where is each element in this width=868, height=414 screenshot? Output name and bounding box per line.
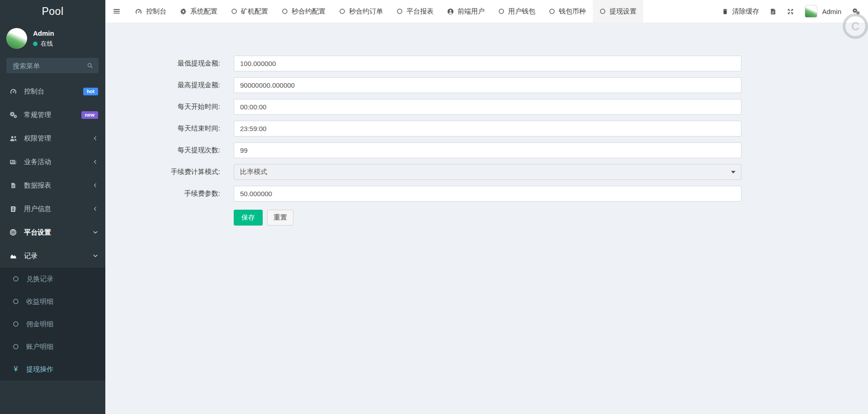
sidebar-item-user-info[interactable]: 用户信息: [0, 197, 105, 221]
sidebar-item-records[interactable]: 记录: [0, 244, 105, 268]
circle-icon: [12, 276, 20, 282]
fullscreen-icon[interactable]: [787, 8, 794, 15]
user-avatar[interactable]: [6, 28, 27, 49]
sidebar-toggle-button[interactable]: [105, 0, 128, 23]
yen-icon: ¥: [12, 366, 20, 373]
hamburger-icon: [113, 7, 121, 15]
fee-calc-mode-selected-value: 比率模式: [240, 168, 267, 176]
chevron-left-icon: [93, 159, 98, 165]
tab-label: 前端用户: [458, 7, 485, 16]
tab-console[interactable]: 控制台: [128, 0, 173, 23]
user-name: Admin: [33, 29, 54, 37]
tab-withdraw-settings[interactable]: 提现设置: [593, 0, 643, 23]
chevron-left-icon: [93, 136, 98, 141]
admin-menu[interactable]: Admin: [805, 5, 841, 18]
tab-wallet-currency[interactable]: 钱包币种: [542, 0, 593, 23]
fee-calc-mode-select[interactable]: 比率模式: [234, 164, 741, 180]
form-row-max-withdraw-amount: 最高提现金额:: [105, 77, 868, 93]
save-button[interactable]: 保存: [234, 210, 263, 226]
sidebar-subitem-label: 提现操作: [26, 365, 53, 374]
sidebar-item-label: 平台设置: [24, 228, 51, 237]
tab-second-contract-config[interactable]: 秒合约配置: [275, 0, 332, 23]
sidebar-subitem-label: 收益明细: [26, 297, 53, 306]
sidebar-item-platform-settings[interactable]: 平台设置: [0, 221, 105, 244]
sidebar-item-dashboard[interactable]: 控制台hot: [0, 80, 105, 103]
tab-platform-report[interactable]: 平台报表: [390, 0, 440, 23]
tab-user-wallet[interactable]: 用户钱包: [491, 0, 542, 23]
tab-label: 控制台: [146, 7, 166, 16]
sidebar-subitem-label: 账户明细: [26, 343, 53, 351]
app-logo: Pool: [0, 0, 105, 23]
circle-icon: [396, 8, 403, 14]
daily-end-time-label: 每天结束时间:: [105, 124, 234, 133]
tab-system-config[interactable]: 系统配置: [173, 0, 224, 23]
sidebar-subitem-commission-detail[interactable]: 佣金明细: [0, 313, 105, 335]
tachometer-icon: [135, 8, 142, 15]
users-icon: [8, 135, 18, 142]
sidebar-item-permission-management[interactable]: 权限管理: [0, 127, 105, 150]
tab-second-contract-orders[interactable]: 秒合约订单: [332, 0, 390, 23]
max-withdraw-amount-input[interactable]: [234, 77, 741, 93]
daily-withdraw-count-label: 每天提现次数:: [105, 146, 234, 155]
hot-badge: hot: [83, 88, 98, 95]
tab-miner-config[interactable]: 矿机配置: [224, 0, 275, 23]
fee-calc-mode-label: 手续费计算模式:: [105, 168, 234, 176]
sidebar-item-general-management[interactable]: 常规管理new: [0, 103, 105, 127]
newspaper-icon: [8, 159, 18, 165]
max-withdraw-amount-label: 最高提现金额:: [105, 81, 234, 89]
new-badge: new: [81, 111, 98, 119]
sidebar-item-label: 记录: [24, 252, 38, 260]
sidebar-item-label: 数据报表: [24, 181, 51, 190]
chevron-down-icon: [93, 230, 98, 235]
chevron-left-icon: [93, 183, 98, 188]
admin-label: Admin: [822, 8, 841, 15]
sidebar-subitem-income-detail[interactable]: 收益明细: [0, 290, 105, 313]
daily-end-time-input[interactable]: [234, 121, 741, 136]
tab-label: 秒合约订单: [349, 7, 383, 16]
sidebar-item-business-activity[interactable]: 业务活动: [0, 150, 105, 174]
user-panel: Admin 在线: [0, 23, 105, 53]
admin-app: Pool Admin 在线 控制台hot常规管理new权限管理业务活动数据报表用…: [0, 0, 868, 414]
user-circle-icon: [447, 8, 454, 15]
search-icon[interactable]: [87, 62, 93, 69]
file-icon: [8, 182, 18, 189]
sidebar-subitem-exchange-records[interactable]: 兑换记录: [0, 268, 105, 290]
circle-icon: [339, 8, 345, 14]
fee-param-label: 手续费参数:: [105, 189, 234, 198]
tab-label: 钱包币种: [559, 7, 586, 16]
sidebar-menu: 控制台hot常规管理new权限管理业务活动数据报表用户信息平台设置记录: [0, 80, 105, 268]
daily-start-time-label: 每天开始时间:: [105, 103, 234, 111]
clear-cache-label: 清除缓存: [732, 7, 759, 16]
sidebar-item-label: 常规管理: [24, 111, 51, 119]
sidebar-subitem-account-detail[interactable]: 账户明细: [0, 335, 105, 358]
circle-icon: [549, 8, 555, 14]
tab-label: 系统配置: [190, 7, 217, 16]
circle-icon: [498, 8, 505, 14]
sidebar-item-data-report[interactable]: 数据报表: [0, 174, 105, 197]
cogs-icon: [8, 111, 18, 118]
chevron-left-icon: [93, 206, 98, 212]
sidebar-item-label: 权限管理: [24, 134, 51, 143]
withdraw-settings-form: 最低提现金额:最高提现金额:每天开始时间:每天结束时间:每天提现次数:手续费计算…: [105, 56, 868, 202]
sidebar-subitem-withdraw-operation[interactable]: ¥提现操作: [0, 358, 105, 381]
tab-frontend-users[interactable]: 前端用户: [440, 0, 491, 23]
copyright-float-badge[interactable]: C: [843, 14, 868, 39]
fee-param-input[interactable]: [234, 186, 741, 202]
form-row-daily-start-time: 每天开始时间:: [105, 99, 868, 115]
min-withdraw-amount-label: 最低提现金额:: [105, 59, 234, 68]
sidebar-item-label: 业务活动: [24, 158, 51, 166]
clear-cache-button[interactable]: 清除缓存: [722, 7, 759, 16]
daily-withdraw-count-input[interactable]: [234, 142, 741, 158]
form-actions: 保存 重置: [234, 210, 868, 226]
tab-label: 平台报表: [406, 7, 434, 16]
menu-search-input[interactable]: [12, 61, 87, 70]
document-icon[interactable]: [770, 8, 776, 15]
online-status-label: 在线: [41, 40, 53, 48]
daily-start-time-input[interactable]: [234, 99, 741, 115]
circle-icon: [231, 8, 237, 14]
chevron-down-icon: [93, 253, 98, 259]
reset-button[interactable]: 重置: [267, 210, 293, 226]
user-status: 在线: [33, 40, 54, 48]
form-row-daily-withdraw-count: 每天提现次数:: [105, 142, 868, 158]
min-withdraw-amount-input[interactable]: [234, 56, 741, 71]
